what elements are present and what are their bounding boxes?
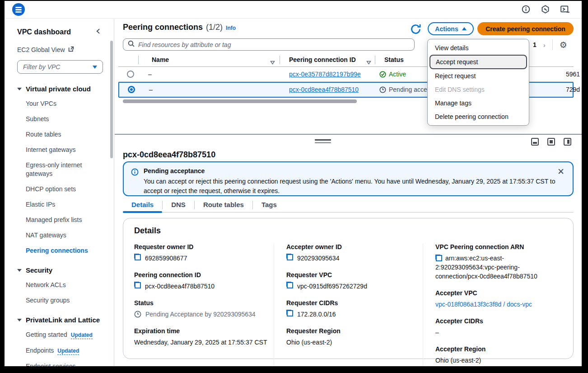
split-panel-side-icon[interactable] bbox=[564, 138, 571, 146]
app-window: VPC dashboard EC2 Global View Filter by … bbox=[5, 1, 582, 366]
tab-route-tables[interactable]: Route tables bbox=[195, 200, 252, 212]
sidebar-section-virtual-private-cloud[interactable]: Virtual private cloud bbox=[17, 85, 114, 93]
sidebar-item-endpoints[interactable]: EndpointsUpdated bbox=[26, 346, 110, 355]
main-content: Peering connections (1/2) Info Actions C… bbox=[115, 19, 582, 366]
sidebar-title: VPC dashboard bbox=[17, 28, 71, 36]
field-value: pcx-0cd8eea4f78b87510 bbox=[145, 282, 215, 291]
sidebar-item-network-acls[interactable]: Network ACLs bbox=[26, 281, 110, 289]
info-circle-icon bbox=[131, 168, 139, 178]
section-label: PrivateLink and Lattice bbox=[26, 316, 100, 324]
search-input[interactable] bbox=[138, 41, 410, 48]
peering-connection-link[interactable]: pcx-0e35787d82197b99e bbox=[289, 71, 361, 78]
menu-item-accept-request[interactable]: Accept request bbox=[429, 55, 527, 69]
sort-icon-peering-connection-id[interactable] bbox=[366, 58, 371, 66]
section-expand-icon bbox=[17, 88, 22, 90]
collapse-sidebar-icon[interactable] bbox=[95, 28, 101, 36]
section-label: Security bbox=[26, 266, 52, 274]
actions-button-label: Actions bbox=[435, 25, 458, 33]
sidebar-item-your-vpcs[interactable]: Your VPCs bbox=[26, 99, 110, 108]
menu-item-delete-peering-connection[interactable]: Delete peering connection bbox=[428, 110, 529, 123]
split-panel-bottom-icon[interactable] bbox=[531, 138, 539, 146]
split-panel-center-icon[interactable] bbox=[547, 138, 555, 146]
field-value: 172.28.0.0/16 bbox=[297, 310, 336, 319]
menu-item-view-details[interactable]: View details bbox=[428, 41, 529, 55]
sidebar-section-privatelink-and-lattice[interactable]: PrivateLink and Lattice bbox=[17, 316, 114, 324]
copy-icon[interactable] bbox=[435, 255, 442, 261]
sidebar-item-ec2-global-view[interactable]: EC2 Global View bbox=[17, 46, 114, 53]
field-value: 920293095634 bbox=[297, 254, 339, 263]
copy-icon[interactable] bbox=[286, 310, 293, 316]
tab-tags[interactable]: Tags bbox=[253, 200, 285, 212]
copy-icon[interactable] bbox=[134, 254, 141, 260]
accepter-vpc-link[interactable]: vpc-018f086a13f3c3f8d / docs-vpc bbox=[435, 300, 532, 309]
field-label: Accepter CIDRs bbox=[435, 317, 563, 325]
column-header-status[interactable]: Status bbox=[384, 56, 404, 63]
status-active: Active bbox=[379, 71, 406, 78]
field-label: VPC Peering connection ARN bbox=[435, 243, 563, 250]
actions-button[interactable]: Actions bbox=[428, 22, 474, 35]
pending-acceptance-alert: Pending acceptance You can accept or rej… bbox=[123, 161, 574, 196]
cell-name: – bbox=[149, 86, 153, 93]
field-value: Wednesday, January 29, 2025 at 17:55:37 … bbox=[134, 338, 267, 347]
sidebar-item-endpoint-services[interactable]: Endpoint services bbox=[26, 362, 110, 366]
copy-icon[interactable] bbox=[286, 254, 293, 260]
split-panel-drag-handle[interactable] bbox=[315, 139, 331, 145]
section-expand-icon bbox=[17, 269, 22, 272]
field-label: Accepter owner ID bbox=[286, 243, 423, 250]
search-box bbox=[123, 38, 415, 51]
details-column-3: VPC Peering connection ARN arn:aws:ec2:u… bbox=[423, 243, 563, 366]
field-label: Accepter VPC bbox=[435, 289, 563, 297]
row-radio-selected[interactable] bbox=[128, 86, 135, 93]
next-page-icon[interactable]: › bbox=[543, 41, 546, 49]
hamburger-menu-button[interactable] bbox=[12, 3, 25, 16]
peering-connection-link[interactable]: pcx-0cd8eea4f78b87510 bbox=[289, 86, 359, 93]
status-label: Active bbox=[389, 71, 406, 78]
tab-details[interactable]: Details bbox=[123, 200, 162, 212]
sort-icon-name[interactable] bbox=[270, 58, 275, 66]
sidebar-item-security-groups[interactable]: Security groups bbox=[26, 296, 110, 305]
sidebar-item-dhcp-option-sets[interactable]: DHCP option sets bbox=[26, 185, 110, 194]
filter-by-vpc-dropdown[interactable]: Filter by VPC bbox=[17, 60, 103, 74]
sidebar-item-peering-connections[interactable]: Peering connections bbox=[26, 246, 110, 255]
details-column-2: Accepter owner ID 920293095634 Requester… bbox=[274, 243, 423, 366]
table-settings-gear-icon[interactable]: ⚙ bbox=[560, 41, 567, 49]
sidebar-item-nat-gateways[interactable]: NAT gateways bbox=[26, 231, 110, 240]
info-icon[interactable] bbox=[522, 5, 530, 14]
sidebar-item-route-tables[interactable]: Route tables bbox=[26, 130, 110, 139]
field-label: Requester Region bbox=[286, 327, 423, 335]
filter-placeholder: Filter by VPC bbox=[23, 63, 60, 71]
close-icon[interactable]: ✕ bbox=[557, 166, 565, 177]
refresh-button[interactable] bbox=[410, 23, 422, 35]
sidebar-item-internet-gateways[interactable]: Internet gateways bbox=[26, 146, 110, 154]
copy-icon[interactable] bbox=[286, 282, 293, 288]
resource-count: (1/2) bbox=[206, 23, 223, 32]
column-header-name[interactable]: Name bbox=[152, 56, 169, 63]
sidebar-section-security[interactable]: Security bbox=[17, 266, 114, 274]
sidebar-item-managed-prefix-lists[interactable]: Managed prefix lists bbox=[26, 216, 110, 224]
clock-icon bbox=[379, 86, 386, 93]
cloudshell-icon[interactable] bbox=[560, 5, 570, 14]
details-column-1: Requester owner ID 692859908677 Peering … bbox=[134, 243, 274, 366]
menu-item-reject-request[interactable]: Reject request bbox=[428, 69, 529, 83]
tab-dns[interactable]: DNS bbox=[163, 200, 194, 212]
field-label: Requester owner ID bbox=[134, 243, 274, 250]
amazon-q-icon[interactable] bbox=[541, 5, 550, 14]
sidebar-item-subnets[interactable]: Subnets bbox=[26, 115, 110, 123]
column-header-peering-connection-id[interactable]: Peering connection ID bbox=[289, 56, 356, 63]
clock-icon bbox=[134, 311, 141, 318]
info-link[interactable]: Info bbox=[226, 25, 236, 31]
current-page: 1 bbox=[533, 41, 537, 48]
copy-icon[interactable] bbox=[134, 282, 141, 288]
status-label: Pending acce bbox=[389, 86, 427, 93]
horizontal-scrollbar[interactable] bbox=[123, 99, 357, 103]
sidebar-item-elastic-ips[interactable]: Elastic IPs bbox=[26, 200, 110, 209]
menu-item-manage-tags[interactable]: Manage tags bbox=[428, 96, 529, 110]
hamburger-icon bbox=[15, 7, 22, 14]
section-label: Virtual private cloud bbox=[26, 85, 91, 93]
sidebar-item-getting-started[interactable]: Getting startedUpdated bbox=[26, 331, 110, 340]
sidebar-scrollbar[interactable] bbox=[110, 41, 113, 158]
create-peering-connection-button[interactable]: Create peering connection bbox=[477, 22, 574, 35]
field-value: arn:aws:ec2:us-east-2:920293095634:vpc-p… bbox=[435, 255, 537, 280]
sidebar-item-egress-only-internet-gateways[interactable]: Egress-only internet gateways bbox=[26, 161, 110, 178]
row-radio-unselected[interactable] bbox=[127, 71, 134, 78]
